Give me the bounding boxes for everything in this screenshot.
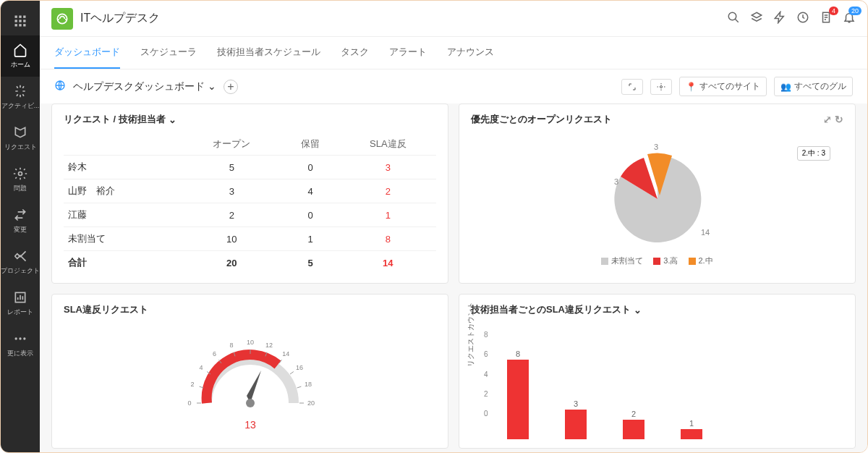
table-row[interactable]: 未割当て1018 — [64, 227, 436, 251]
pin-icon: 📍 — [686, 82, 697, 92]
table-row[interactable]: 鈴木503 — [64, 156, 436, 179]
gauge-chart: 02468101214161820 13 — [178, 323, 323, 439]
search-icon[interactable] — [727, 11, 740, 27]
report-icon — [13, 290, 27, 305]
card-title: 優先度ごとのオープンリクエスト — [471, 113, 612, 126]
svg-point-15 — [728, 12, 736, 20]
table-total-row: 合計20514 — [64, 251, 436, 275]
tab-scheduler[interactable]: スケジューラ — [140, 37, 197, 69]
clipboard-icon[interactable]: 4 — [820, 11, 833, 27]
svg-marker-42 — [247, 371, 261, 403]
card-title: リクエスト / 技術担当者 — [64, 113, 166, 126]
sidebar-item-more[interactable]: 更に表示 — [1, 324, 40, 365]
svg-rect-7 — [19, 24, 21, 26]
sidebar-item-activity[interactable]: アクティビ... — [1, 77, 40, 118]
svg-point-13 — [23, 337, 25, 339]
legend-label: 3.高 — [663, 255, 678, 266]
table-row[interactable]: 江藤201 — [64, 203, 436, 227]
widget-sla-violations: SLA違反リクエスト 02468101214161820 13 — [51, 294, 448, 449]
svg-point-11 — [15, 337, 17, 339]
expand-button[interactable] — [621, 79, 643, 95]
svg-rect-0 — [15, 16, 17, 18]
svg-rect-8 — [23, 24, 25, 26]
home-icon — [13, 43, 27, 57]
svg-line-38 — [297, 386, 301, 388]
svg-rect-4 — [19, 20, 21, 22]
pie-tooltip: 2.中 : 3 — [797, 146, 830, 161]
svg-point-19 — [660, 85, 663, 88]
svg-text:16: 16 — [295, 364, 302, 371]
svg-text:6: 6 — [213, 350, 216, 357]
groups-filter[interactable]: 👥すべてのグル — [774, 77, 853, 96]
alert-badge: 4 — [829, 7, 838, 15]
svg-point-12 — [19, 337, 21, 339]
svg-text:14: 14 — [282, 350, 289, 357]
legend-label: 2.中 — [699, 255, 713, 266]
bar-col: 3 — [565, 399, 587, 439]
bolt-icon[interactable] — [773, 11, 786, 27]
svg-rect-6 — [15, 24, 17, 26]
sidebar-item-change[interactable]: 変更 — [1, 200, 40, 242]
notification-badge: 20 — [848, 7, 861, 15]
sidebar-label: 更に表示 — [7, 349, 33, 358]
tab-dashboard[interactable]: ダッシュボード — [54, 37, 120, 69]
chevron-down-icon: ⌄ — [208, 80, 216, 92]
col-name — [64, 133, 182, 156]
y-axis-label: リクエストカウント — [466, 302, 476, 367]
sites-filter[interactable]: 📍すべてのサイト — [679, 77, 767, 96]
add-widget-button[interactable]: + — [224, 80, 238, 94]
tab-tasks[interactable]: タスク — [341, 37, 369, 69]
sidebar-item-problem[interactable]: 問題 — [1, 159, 40, 200]
pie-label-unassigned: 14 — [701, 228, 710, 237]
sidebar-item-home[interactable]: ホーム — [1, 35, 40, 77]
svg-text:0: 0 — [187, 399, 191, 407]
apps-icon — [13, 14, 27, 28]
sidebar-label: 問題 — [14, 184, 27, 193]
pie-chart: 14 3 3 — [592, 141, 723, 250]
sidebar-item-report[interactable]: レポート — [1, 283, 40, 324]
settings-button[interactable] — [650, 79, 672, 95]
pie-label-mid: 3 — [654, 143, 658, 151]
bell-icon[interactable]: 20 — [843, 11, 856, 27]
ticket-icon[interactable] — [750, 11, 763, 27]
dashboard-title[interactable]: ヘルプデスクダッシュボード ⌄ — [73, 80, 216, 93]
subheader: ヘルプデスクダッシュボード ⌄ + 📍すべてのサイト 👥すべてのグル — [40, 69, 867, 103]
request-icon — [13, 125, 27, 140]
widget-sla-by-tech: 技術担当者ごとのSLA違反リクエスト ⌄ リクエストカウント 86420 832… — [459, 294, 856, 449]
col-open: オープン — [182, 133, 281, 156]
group-icon: 👥 — [780, 82, 791, 92]
sidebar-item-apps[interactable] — [1, 7, 40, 35]
chevron-down-icon[interactable]: ⌄ — [169, 114, 176, 125]
sidebar-label: 変更 — [14, 225, 27, 234]
refresh-icon[interactable]: ↻ — [835, 114, 843, 125]
sidebar-label: レポート — [7, 308, 33, 317]
col-hold: 保留 — [281, 133, 340, 156]
svg-point-43 — [246, 399, 255, 407]
pie-legend: 未割当て 3.高 2.中 — [601, 255, 712, 266]
sidebar-label: ホーム — [11, 60, 30, 69]
expand-icon[interactable]: ⤢ — [823, 114, 832, 125]
svg-rect-3 — [15, 20, 17, 22]
tab-tech-schedule[interactable]: 技術担当者スケジュール — [217, 37, 320, 69]
sidebar-item-project[interactable]: プロジェクト — [1, 242, 40, 283]
svg-text:8: 8 — [229, 342, 233, 349]
svg-rect-2 — [23, 16, 25, 18]
sidebar-label: リクエスト — [4, 143, 37, 152]
card-title: 技術担当者ごとのSLA違反リクエスト — [471, 303, 631, 316]
app-title: ITヘルプデスク — [80, 11, 160, 26]
svg-text:20: 20 — [307, 399, 314, 407]
sidebar-item-request[interactable]: リクエスト — [1, 118, 40, 159]
app-logo-icon — [51, 8, 73, 30]
y-ticks: 86420 — [484, 331, 488, 418]
history-icon[interactable] — [796, 11, 809, 27]
svg-text:10: 10 — [246, 339, 253, 346]
chevron-down-icon[interactable]: ⌄ — [634, 305, 642, 316]
sidebar: ホーム アクティビ... リクエスト 問題 変更 — [1, 1, 40, 452]
widget-requests-by-tech: リクエスト / 技術担当者 ⌄ オープン 保留 SLA違反 鈴木503山野 裕介… — [51, 103, 448, 284]
tab-announcements[interactable]: アナウンス — [447, 37, 494, 69]
svg-text:13: 13 — [244, 419, 256, 431]
topbar: ITヘルプデスク 4 20 — [40, 1, 867, 37]
svg-rect-1 — [19, 16, 21, 18]
tab-alerts[interactable]: アラート — [389, 37, 427, 69]
table-row[interactable]: 山野 裕介342 — [64, 179, 436, 203]
